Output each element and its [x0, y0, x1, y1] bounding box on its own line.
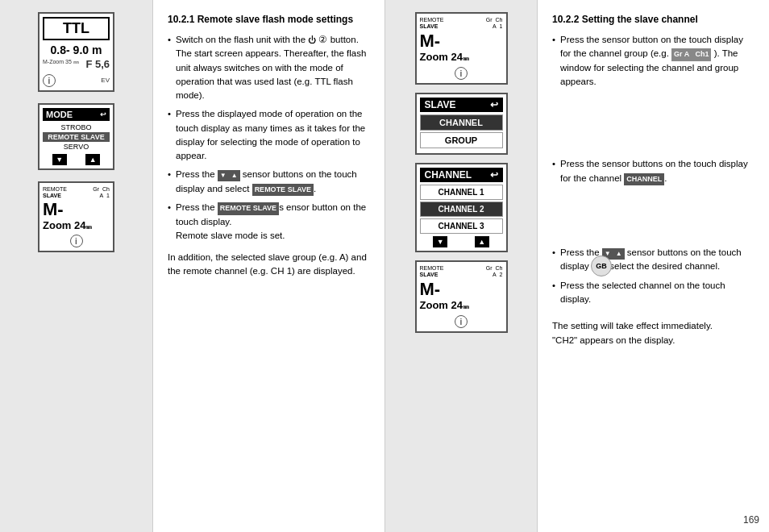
mzoom-big-letter: M- [43, 200, 110, 219]
channel-badge: CHANNEL [624, 173, 664, 186]
ch-top-val: 1 [500, 23, 503, 29]
right-bullet-2: Press the sensor buttons on the touch di… [552, 157, 754, 185]
mm-bottom: ㎜ [463, 303, 469, 310]
screen-info-row: M-Zoom 35 ㎜ F 5,6 [43, 58, 110, 70]
mode-arrows: ▼ ▲ [43, 154, 110, 165]
slave-header: SLAVE ↩ [420, 98, 503, 112]
channel-arrows: ▼ ▲ [420, 236, 503, 247]
channel-header: CHANNEL ↩ [420, 168, 503, 182]
ch-bottom-val: 2 [500, 272, 503, 277]
mzoom-zoom-label: Zoom 24㎜ [43, 219, 110, 231]
additional-text-1: The setting will take effect immediately… [552, 321, 713, 330]
channel-screen: CHANNEL ↩ CHANNEL 1 CHANNEL 2 CHANNEL 3 … [415, 163, 508, 252]
bullet-1: Switch on the flash unit with the ⏻ ② bu… [168, 33, 370, 102]
right-bullet-list: Press the sensor button on the touch dis… [552, 33, 754, 306]
bullet-3: Press the ▼▲ sensor buttons on the touch… [168, 168, 370, 196]
mzoom-top-info-icon: i [455, 67, 468, 80]
ttl-label: TTL [43, 17, 110, 40]
remote-top-label: REMOTE [420, 17, 444, 23]
mm-top: ㎜ [463, 55, 469, 62]
power-icon: ⏻ [308, 35, 316, 44]
left-device-panel: TTL 0.8- 9.0 m M-Zoom 35 ㎜ F 5,6 i EV MO… [0, 0, 153, 532]
gr-label: Gr [93, 186, 99, 192]
additional-text-2: "CH2" appears on the display. [552, 335, 675, 345]
slave-channel-item[interactable]: CHANNEL [420, 114, 503, 131]
slave-title: SLAVE [425, 99, 456, 110]
ttl-screen: TTL 0.8- 9.0 m M-Zoom 35 ㎜ F 5,6 i EV [38, 12, 114, 92]
slave-screen: SLAVE ↩ CHANNEL GROUP [415, 93, 508, 155]
mode-arrow-icon: ↩ [100, 110, 106, 118]
gb-badge: GB [591, 256, 612, 276]
f-value: F 5,6 [85, 58, 110, 70]
gr-value: A [99, 193, 103, 198]
remote-slave-badge: REMOTE SLAVE [252, 184, 314, 197]
bullet-4: Press the REMOTE SLAVEs ensor button on … [168, 201, 370, 243]
mzoom-top-big: M- [420, 31, 503, 51]
channel-title: CHANNEL [425, 169, 472, 181]
mode-remote-slave: REMOTE SLAVE [43, 132, 110, 142]
ch-top-label: Ch [496, 17, 503, 23]
channel-back-icon: ↩ [490, 169, 498, 181]
slave-group-item[interactable]: GROUP [420, 132, 503, 148]
zoom-info: M-Zoom 35 ㎜ [43, 58, 79, 70]
left-section-title: 10.2.1 Remote slave flash mode settings [168, 12, 370, 27]
arrow-down-icon: ▼ [218, 170, 229, 181]
mzoom-bottom-icon-row: i [420, 315, 503, 328]
right-bullet-4: Press the selected channel on the touch … [552, 279, 754, 307]
ch-bottom-label: Ch [496, 265, 503, 271]
mzoom-header-row: REMOTE Gr Ch [43, 186, 110, 192]
bullet-2: Press the displayed mode of operation on… [168, 107, 370, 163]
mode-title: MODE [46, 110, 73, 119]
ch-label: Ch [102, 186, 110, 192]
channel-arrow-up[interactable]: ▲ [475, 236, 489, 247]
right-bullet-1: Press the sensor button on the touch dis… [552, 33, 754, 89]
info-icon: i [43, 74, 56, 87]
mzoom-info-icon: i [70, 235, 83, 247]
info-icon-row: i [43, 74, 56, 87]
channel-2-item[interactable]: CHANNEL 2 [420, 202, 503, 217]
distance-value: 0.8- 9.0 m [43, 44, 110, 56]
mzoom-top-icon-row: i [420, 67, 503, 80]
mode-screen: MODE ↩ STROBO REMOTE SLAVE SERVO ▼ ▲ [38, 103, 114, 170]
mzoom-bottom-zoom: Zoom 24㎜ [420, 299, 503, 311]
mzoom-top-zoom: Zoom 24㎜ [420, 51, 503, 63]
remote-slave-badge-2: REMOTE SLAVE [218, 202, 279, 215]
mzoom-right-top: REMOTE Gr Ch SLAVE A 1 M- Zoom 24㎜ i [415, 12, 508, 85]
mzoom-left-screen: REMOTE Gr Ch SLAVE A 1 M- Zoom 24㎜ i [38, 181, 114, 252]
remote-label: REMOTE [43, 186, 67, 192]
mode-arrow-up[interactable]: ▲ [85, 154, 100, 165]
ev-label: EV [101, 77, 110, 84]
right-device-panel: REMOTE Gr Ch SLAVE A 1 M- Zoom 24㎜ i [384, 0, 538, 532]
right-bullet-3: Press the ▼▲ sensor buttons on the touch… [552, 246, 754, 274]
gr-ch-badge: Gr A Ch1 [671, 48, 711, 61]
mode-arrow-down[interactable]: ▼ [52, 154, 67, 165]
mode-header: MODE ↩ [43, 108, 110, 121]
gr-bottom-label: Gr [486, 265, 493, 271]
mzoom-right-bottom: REMOTE Gr Ch SLAVE A 2 M- Zoom 24㎜ i [415, 260, 508, 333]
mode-servo: SERVO [43, 142, 110, 152]
mm-label: ㎜ [85, 223, 92, 231]
right-additional-text: The setting will take effect immediately… [552, 318, 754, 348]
mzoom-icon-row: i [43, 235, 110, 247]
slave-top-label: SLAVE [420, 23, 439, 29]
additional-text: In addition, the selected slave group (e… [168, 251, 370, 279]
gr-bottom-val: A [493, 272, 497, 277]
remote-bottom-label: REMOTE [420, 265, 444, 271]
right-section-title: 10.2.2 Setting the slave channel [552, 12, 754, 27]
arrow-up-icon: ▲ [229, 170, 240, 181]
page: TTL 0.8- 9.0 m M-Zoom 35 ㎜ F 5,6 i EV MO… [0, 0, 769, 532]
slave-bottom-label: SLAVE [420, 272, 439, 277]
left-bullet-list: Switch on the flash unit with the ⏻ ② bu… [168, 33, 370, 243]
gr-top-label: Gr [486, 17, 493, 23]
mzoom-bottom-big: M- [420, 280, 503, 299]
slave-back-icon: ↩ [490, 99, 498, 110]
right-content: 10.2.2 Setting the slave channel Press t… [538, 0, 769, 532]
channel-1-item[interactable]: CHANNEL 1 [420, 185, 503, 200]
channel-arrow-down[interactable]: ▼ [433, 236, 447, 247]
page-number: 169 [743, 514, 759, 526]
left-content: 10.2.1 Remote slave flash mode settings … [153, 0, 384, 532]
slave-label-left: SLAVE [43, 193, 61, 198]
gr-top-val: A [493, 23, 497, 29]
channel-3-item[interactable]: CHANNEL 3 [420, 218, 503, 234]
mode-strobo: STROBO [43, 123, 110, 132]
